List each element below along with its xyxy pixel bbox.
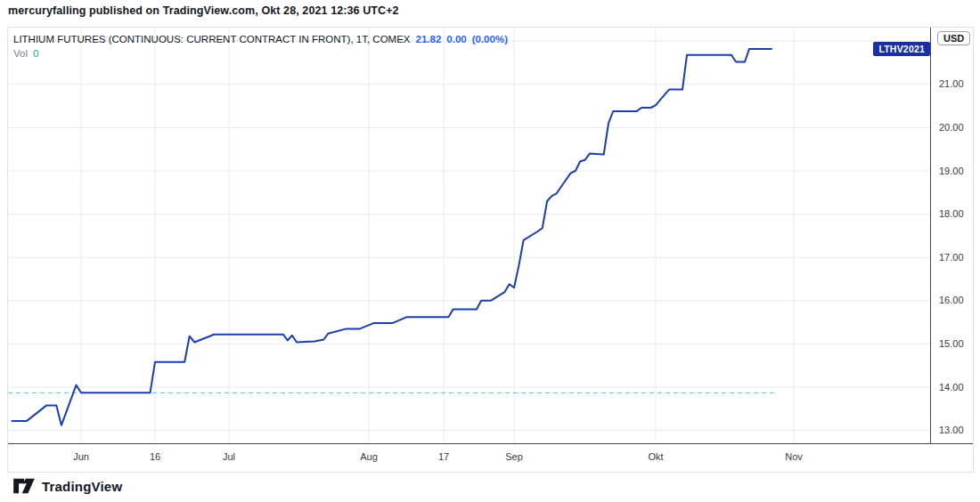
time-tick-label: Nov: [785, 451, 803, 462]
symbol-title: LITHIUM FUTURES (CONTINUOUS: CURRENT CON…: [13, 34, 411, 45]
price-tick-label: 20.00: [939, 122, 964, 133]
price-change-percent: (0.00%): [472, 34, 508, 45]
tradingview-brand-text: TradingView: [42, 479, 122, 494]
price-tick-label: 14.00: [939, 382, 964, 393]
time-tick-label: Okt: [648, 451, 663, 462]
price-tick-label: 17.00: [939, 252, 964, 263]
volume-value: 0: [33, 48, 38, 59]
price-tick-label: 15.00: [939, 338, 964, 349]
attribution-line: mercuryfalling published on TradingView.…: [8, 4, 399, 17]
chart-frame: LITHIUM FUTURES (CONTINUOUS: CURRENT CON…: [7, 27, 974, 473]
time-tick-label: Jun: [73, 451, 89, 462]
last-price-value: 21.82: [416, 34, 442, 45]
time-tick-label: Aug: [360, 451, 378, 462]
price-tick-label: 18.00: [939, 208, 964, 219]
last-price-axis-badge: LTHV2021: [873, 42, 930, 56]
price-tick-label: 21.00: [939, 78, 964, 89]
time-tick-label: 17: [438, 451, 449, 462]
time-tick-label: Sep: [505, 451, 523, 462]
price-tick-label: 16.00: [939, 295, 964, 305]
currency-badge[interactable]: USD: [937, 31, 970, 45]
price-tick-label: 13.00: [939, 425, 964, 435]
chart-legend: LITHIUM FUTURES (CONTINUOUS: CURRENT CON…: [13, 33, 508, 61]
price-pane[interactable]: LITHIUM FUTURES (CONTINUOUS: CURRENT CON…: [8, 28, 930, 443]
time-tick-label: Jul: [223, 451, 235, 462]
time-tick-label: 16: [150, 451, 160, 462]
footer-brand[interactable]: TradingView: [12, 477, 122, 495]
tradingview-logo-icon: [12, 477, 36, 495]
price-line-chart: [8, 28, 930, 443]
time-axis[interactable]: Jun16JulAug17SepOktNov: [8, 443, 973, 472]
volume-label: Vol: [13, 48, 28, 59]
price-axis[interactable]: USD 13.0014.0015.0016.0017.0018.0019.002…: [930, 28, 973, 472]
price-tick-label: 19.00: [939, 166, 964, 176]
price-change-value: 0.00: [446, 34, 466, 45]
